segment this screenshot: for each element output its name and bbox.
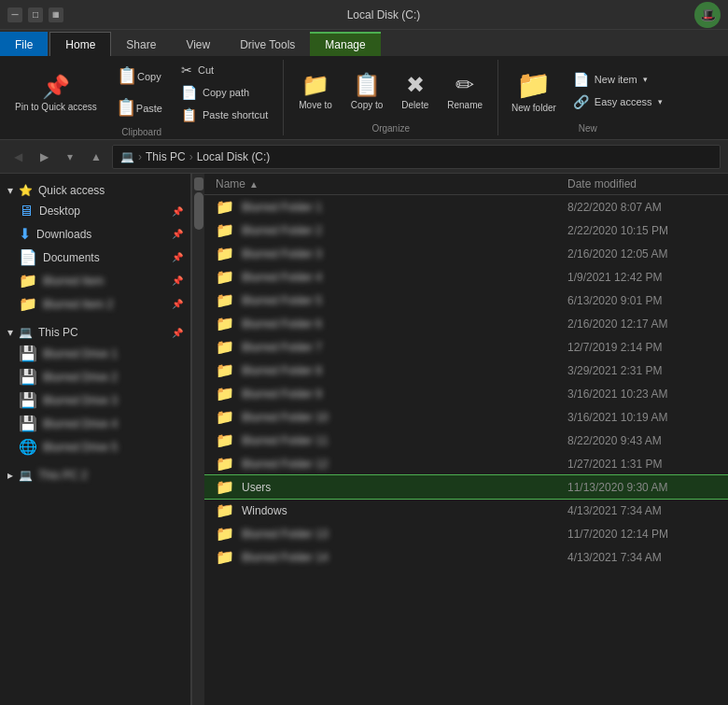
left-scrollbar[interactable] — [191, 174, 204, 705]
breadcrumb[interactable]: 💻 › This PC › Local Disk (C:) — [112, 145, 721, 169]
folder-icon: 📁 — [216, 361, 234, 379]
new-item-button[interactable]: 📄 New item ▾ — [566, 69, 670, 90]
table-row[interactable]: 📁Blurred Folder 8 3/29/2021 2:31 PM — [204, 359, 728, 382]
tab-manage[interactable]: Manage — [310, 32, 380, 56]
up-button[interactable]: ▲ — [86, 147, 106, 167]
folder-icon: 📁 — [216, 291, 234, 309]
pc4-icon: 💾 — [19, 415, 37, 432]
address-bar: ◀ ▶ ▾ ▲ 💻 › This PC › Local Disk (C:) — [0, 140, 728, 174]
table-row[interactable]: 📁Blurred Folder 9 3/16/2021 10:23 AM — [204, 382, 728, 405]
this-pc-pin: 📌 — [172, 328, 183, 338]
chevron-right-icon: ▸ — [7, 469, 13, 482]
maximize-icon[interactable]: □ — [28, 7, 43, 22]
pin-icon: 📌 — [172, 206, 183, 217]
folder-icon: 📁 — [216, 338, 234, 356]
rename-button[interactable]: ✏ Rename — [440, 68, 490, 114]
table-row[interactable]: 📁Blurred Folder 2 2/22/2020 10:15 PM — [204, 219, 728, 242]
copy-path-button[interactable]: 📄 Copy path — [174, 82, 275, 103]
sidebar-item-desktop[interactable]: 🖥 Desktop 📌 — [0, 200, 190, 222]
sidebar-item-pc2[interactable]: 💾 Blurred Drive 2 — [0, 365, 190, 388]
pc2-icon: 💾 — [19, 368, 37, 386]
name-column-header[interactable]: Name ▲ — [216, 177, 567, 190]
title-bar-title: Local Disk (C:) — [73, 8, 694, 21]
ribbon-tabs: File Home Share View Drive Tools Manage — [0, 30, 728, 56]
network-label: This PC 2 — [38, 469, 88, 482]
table-row[interactable]: 📁Blurred Folder 6 2/16/2020 12:17 AM — [204, 312, 728, 335]
tab-view[interactable]: View — [171, 32, 225, 56]
quick-access-header[interactable]: ▾ ⭐ Quick access — [0, 181, 190, 200]
this-pc2-icon: 💻 — [19, 469, 33, 482]
copy-button[interactable]: 📋 Copy — [108, 62, 170, 92]
new-group: 📁 New folder 📄 New item ▾ 🔗 Easy access … — [498, 60, 678, 135]
pin-to-quick-button[interactable]: 📌 Pin to Quick access — [7, 70, 105, 116]
tab-share[interactable]: Share — [111, 32, 171, 56]
sort-arrow-icon: ▲ — [249, 179, 259, 190]
sidebar-item-pc4[interactable]: 💾 Blurred Drive 4 — [0, 412, 190, 435]
paste-shortcut-button[interactable]: 📋 Paste shortcut — [174, 105, 275, 125]
table-row[interactable]: 📁Blurred Folder 14 4/13/2021 7:34 AM — [204, 545, 728, 569]
sidebar-item-pc3[interactable]: 💾 Blurred Drive 3 — [0, 388, 190, 412]
paste-icon: 📋 — [116, 97, 136, 118]
table-row[interactable]: 📁Blurred Folder 3 2/16/2020 12:05 AM — [204, 242, 728, 265]
windows-folder-name: Windows — [242, 504, 287, 517]
system-icon[interactable]: ▦ — [49, 7, 63, 22]
paste-button[interactable]: 📋 Paste — [108, 93, 170, 123]
windows-date: 4/13/2021 7:34 AM — [567, 504, 717, 517]
back-button[interactable]: ◀ — [7, 147, 28, 167]
table-row[interactable]: 📁Blurred Folder 11 8/22/2020 9:43 AM — [204, 429, 728, 452]
folder-icon: 📁 — [216, 268, 234, 286]
table-row[interactable]: 📁Blurred Folder 12 1/27/2021 1:31 PM — [204, 452, 728, 475]
copy-path-icon: 📄 — [181, 85, 197, 100]
cut-button[interactable]: ✂ Cut — [174, 60, 275, 80]
table-row-users[interactable]: 📁 Users 11/13/2020 9:30 AM — [204, 475, 728, 499]
recent-button[interactable]: ▾ — [60, 147, 80, 167]
sidebar-item-blurred2[interactable]: 📁 Blurred Item 2 📌 — [0, 292, 190, 316]
table-row[interactable]: 📁Blurred Folder 13 11/7/2020 12:14 PM — [204, 522, 728, 545]
pin-icon-b1: 📌 — [172, 275, 183, 286]
copy-to-button[interactable]: 📋 Copy to — [343, 68, 390, 114]
pc1-icon: 💾 — [19, 345, 37, 362]
move-to-button[interactable]: 📁 Move to — [291, 68, 340, 114]
copy-icon: 📋 — [117, 65, 137, 86]
sidebar-item-downloads[interactable]: ⬇ Downloads 📌 — [0, 222, 190, 246]
main-area: ▾ ⭐ Quick access 🖥 Desktop 📌 ⬇ Downloads… — [0, 174, 728, 705]
delete-button[interactable]: ✖ Delete — [394, 68, 436, 114]
minimize-icon[interactable]: ─ — [7, 7, 22, 22]
tab-file[interactable]: File — [0, 32, 48, 56]
scrollbar-thumb[interactable] — [194, 192, 203, 230]
date-column-header[interactable]: Date modified — [567, 177, 717, 190]
table-row-windows[interactable]: 📁 Windows 4/13/2021 7:34 AM — [204, 499, 728, 522]
scissors-icon: ✂ — [181, 63, 192, 78]
sidebar-item-pc5[interactable]: 🌐 Blurred Drive 5 — [0, 435, 190, 458]
blurred1-label: Blurred Item — [43, 275, 104, 288]
tab-home[interactable]: Home — [49, 32, 111, 56]
folder-icon: 📁 — [216, 548, 234, 566]
avatar: 🎩 — [694, 2, 721, 28]
forward-button[interactable]: ▶ — [34, 147, 54, 167]
windows-folder-icon: 📁 — [216, 501, 234, 519]
chevron-down-icon2: ▾ — [7, 326, 13, 339]
table-row[interactable]: 📁Blurred Folder 7 12/7/2019 2:14 PM — [204, 335, 728, 359]
tab-drive-tools[interactable]: Drive Tools — [225, 32, 310, 56]
this-pc-header[interactable]: ▾ 💻 This PC 📌 — [0, 323, 190, 342]
table-row[interactable]: 📁Blurred Folder 10 3/16/2021 10:19 AM — [204, 405, 728, 429]
network-header[interactable]: ▸ 💻 This PC 2 — [0, 466, 190, 485]
quick-access-label: Quick access — [38, 184, 105, 197]
clipboard-group: 📌 Pin to Quick access 📋 Copy 📋 Paste ✂ C… — [0, 60, 284, 135]
easy-access-button[interactable]: 🔗 Easy access ▾ — [566, 92, 670, 112]
users-folder-icon: 📁 — [216, 478, 234, 496]
pin-icon: 📌 — [42, 74, 70, 100]
sidebar-item-pc1[interactable]: 💾 Blurred Drive 1 — [0, 342, 190, 365]
table-row[interactable]: 📁Blurred Folder 1 8/22/2020 8:07 AM — [204, 195, 728, 219]
sidebar-item-documents[interactable]: 📄 Documents 📌 — [0, 246, 190, 269]
sidebar-item-blurred1[interactable]: 📁 Blurred Item 📌 — [0, 269, 190, 292]
desktop-label: Desktop — [39, 204, 80, 218]
table-row[interactable]: 📁Blurred Folder 5 6/13/2020 9:01 PM — [204, 289, 728, 312]
organize-group: 📁 Move to 📋 Copy to ✖ Delete ✏ Rename Or… — [284, 60, 498, 135]
breadcrumb-this-pc[interactable]: This PC — [146, 150, 186, 163]
table-row[interactable]: 📁Blurred Folder 4 1/9/2021 12:42 PM — [204, 265, 728, 289]
new-folder-button[interactable]: 📁 New folder — [506, 64, 562, 117]
breadcrumb-local-disk[interactable]: Local Disk (C:) — [197, 150, 271, 163]
pin-icon-docs: 📌 — [172, 252, 183, 262]
computer-icon: 💻 — [19, 326, 33, 339]
